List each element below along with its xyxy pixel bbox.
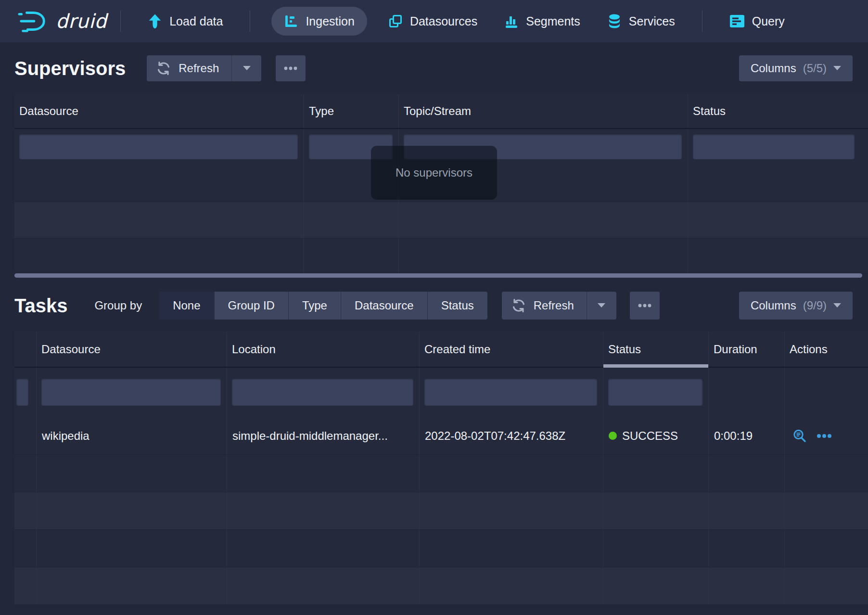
nav-label: Query [752, 14, 785, 28]
tasks-columns-button[interactable]: Columns (9/9) [739, 292, 853, 320]
expander-filter-input[interactable] [16, 379, 28, 406]
supervisors-toolbar: Supervisors Refresh Columns (5/5) [0, 42, 868, 94]
column-header-created-time[interactable]: Created time [420, 332, 603, 367]
nav-label: Datasources [410, 14, 477, 28]
empty-row [14, 530, 868, 567]
nav-datasources[interactable]: Datasources [384, 7, 481, 36]
duration-cell: 0:00:19 [709, 417, 785, 454]
column-header-datasource[interactable]: Datasource [14, 94, 304, 128]
group-by-none-button[interactable]: None [159, 292, 214, 320]
app-logo[interactable]: druid [17, 9, 107, 33]
chevron-down-icon [243, 66, 251, 71]
more-icon [284, 66, 297, 70]
column-header-status-sorted[interactable]: Status [603, 332, 709, 367]
column-header-datasource[interactable]: Datasource [37, 332, 227, 367]
empty-row [14, 567, 868, 605]
horizontal-scrollbar[interactable] [14, 273, 862, 278]
nav-label: Ingestion [306, 14, 354, 28]
column-header-expander [14, 332, 37, 367]
columns-label: Columns [751, 299, 796, 312]
top-nav: druid Load data Ingestion Datasources [0, 0, 868, 42]
created-time-cell: 2022-08-02T07:42:47.638Z [420, 417, 603, 454]
supervisors-refresh-button[interactable]: Refresh [147, 55, 231, 81]
columns-count: (5/5) [803, 62, 827, 75]
nav-services[interactable]: Services [603, 7, 679, 36]
status-filter-input[interactable] [693, 134, 855, 159]
magnify-details-icon[interactable] [792, 429, 807, 443]
druid-logo-icon [17, 9, 49, 33]
empty-message: No supervisors [396, 166, 472, 179]
ingestion-icon [284, 14, 298, 28]
actions-cell [785, 417, 868, 454]
column-header-location[interactable]: Location [227, 332, 420, 367]
tasks-filter-row [14, 368, 868, 417]
columns-count: (9/9) [803, 299, 827, 312]
nav-label: Load data [169, 14, 223, 28]
no-supervisors-overlay: No supervisors [371, 146, 497, 200]
location-cell: simple-druid-middlemanager... [227, 417, 420, 454]
nav-divider [250, 11, 250, 32]
tasks-more-button[interactable] [630, 292, 660, 320]
refresh-label: Refresh [534, 299, 574, 312]
group-by-status-button[interactable]: Status [427, 292, 487, 320]
brand-name: druid [56, 10, 107, 32]
supervisors-title: Supervisors [14, 58, 126, 79]
created-time-filter-input[interactable] [424, 379, 597, 406]
supervisors-refresh-group: Refresh [147, 55, 261, 81]
column-header-duration[interactable]: Duration [709, 332, 785, 367]
expander-cell [14, 417, 37, 454]
datasource-filter-input[interactable] [41, 379, 221, 406]
column-header-type[interactable]: Type [304, 94, 399, 128]
upload-icon [148, 13, 162, 29]
tasks-table: Datasource Location Created time Status … [14, 332, 868, 605]
tasks-toolbar: Tasks Group by None Group ID Type Dataso… [0, 278, 868, 332]
nav-segments[interactable]: Segments [500, 7, 584, 36]
tasks-title: Tasks [14, 295, 67, 317]
services-icon [607, 13, 622, 29]
nav-divider [702, 11, 702, 32]
empty-row [14, 455, 868, 492]
nav-load-data[interactable]: Load data [144, 7, 227, 36]
group-by-type-button[interactable]: Type [288, 292, 341, 320]
datasource-cell: wikipedia [37, 417, 227, 454]
status-filter-input[interactable] [608, 379, 702, 406]
tasks-refresh-dropdown[interactable] [587, 292, 616, 320]
group-by-button-group: None Group ID Type Datasource Status [159, 292, 487, 320]
refresh-icon [511, 298, 526, 313]
location-filter-input[interactable] [232, 379, 413, 406]
more-icon[interactable] [817, 434, 832, 438]
supervisors-table-header: Datasource Type Topic/Stream Status [14, 94, 868, 129]
empty-row [14, 202, 868, 239]
supervisors-table: Datasource Type Topic/Stream Status No s… [14, 94, 868, 273]
table-row-wikipedia[interactable]: wikipedia simple-druid-middlemanager... … [14, 417, 868, 455]
nav-divider [120, 11, 121, 32]
chevron-down-icon [598, 303, 605, 308]
nav-label: Services [629, 14, 675, 28]
column-header-status[interactable]: Status [688, 94, 868, 128]
group-by-label: Group by [94, 299, 142, 312]
group-by-group-id-button[interactable]: Group ID [214, 292, 288, 320]
nav-query[interactable]: Query [726, 7, 789, 36]
status-label: SUCCESS [622, 429, 678, 443]
datasource-filter-input[interactable] [19, 134, 298, 159]
query-icon [729, 14, 745, 28]
nav-ingestion[interactable]: Ingestion [271, 7, 367, 36]
status-success-dot [609, 432, 617, 440]
chevron-down-icon [833, 303, 841, 308]
datasources-icon [388, 14, 403, 28]
supervisors-columns-button[interactable]: Columns (5/5) [739, 55, 853, 81]
chevron-down-icon [833, 66, 841, 71]
nav-label: Segments [526, 14, 580, 28]
column-header-topic-stream[interactable]: Topic/Stream [399, 94, 688, 128]
empty-row [14, 239, 868, 273]
tasks-refresh-group: Refresh [502, 292, 616, 320]
tasks-refresh-button[interactable]: Refresh [502, 292, 587, 320]
supervisors-refresh-dropdown[interactable] [231, 55, 261, 81]
column-header-actions[interactable]: Actions [785, 332, 868, 367]
columns-label: Columns [751, 62, 796, 75]
refresh-icon [156, 61, 171, 76]
supervisors-more-button[interactable] [276, 55, 306, 81]
group-by-datasource-button[interactable]: Datasource [341, 292, 427, 320]
empty-row [14, 492, 868, 530]
status-cell: SUCCESS [603, 417, 709, 454]
